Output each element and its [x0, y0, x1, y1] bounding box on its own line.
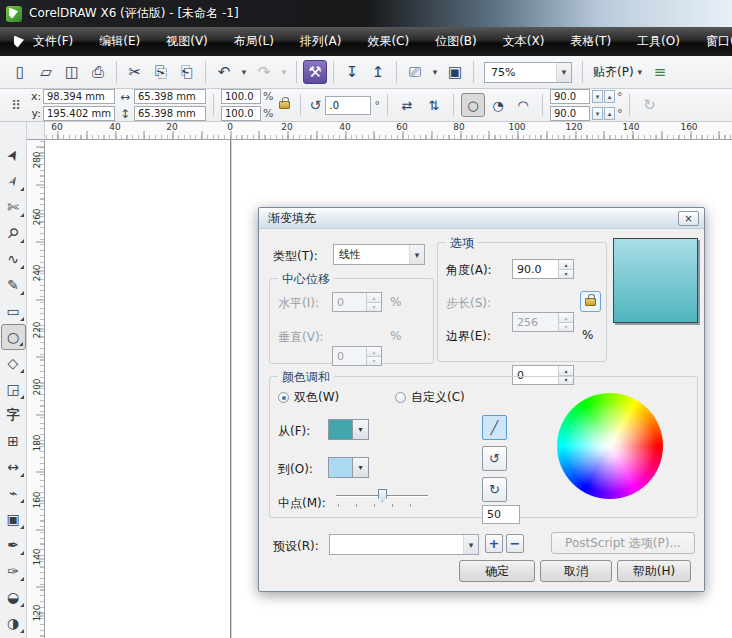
open-button[interactable]: ▱ — [34, 60, 58, 84]
x-position-field[interactable]: 98.394 mm — [43, 89, 115, 104]
object-position-button[interactable]: ⠿ — [4, 93, 28, 117]
cut-button[interactable]: ✂ — [123, 60, 147, 84]
steps-lock-button[interactable] — [580, 291, 601, 312]
horizontal-offset-field[interactable]: 0 ▴▾ — [332, 292, 382, 312]
spin-down-button[interactable]: ▾ — [559, 270, 573, 279]
spin-up-button[interactable]: ▴ — [559, 313, 573, 323]
spin-down-button[interactable]: ▾ — [559, 323, 573, 332]
menu-item-1[interactable]: 编辑(E) — [86, 29, 153, 54]
type-combo[interactable]: 线性 ▾ — [333, 244, 425, 265]
menu-item-7[interactable]: 文本(X) — [490, 29, 558, 54]
copy-button[interactable]: ⎘ — [149, 60, 173, 84]
export-button[interactable]: ↥ — [366, 60, 390, 84]
lock-ratio-button[interactable] — [279, 98, 290, 112]
ok-button[interactable]: 确定 — [459, 560, 535, 582]
direct-path-button[interactable]: ╱ — [482, 415, 507, 440]
object-width-field[interactable]: 65.398 mm — [134, 89, 206, 104]
pick-tool[interactable]: ➤ — [1, 142, 26, 168]
print-button[interactable]: ⎙ — [86, 60, 110, 84]
object-height-field[interactable]: 65.398 mm — [134, 106, 206, 121]
new-document-button[interactable]: ▯ — [8, 60, 32, 84]
freehand-tool[interactable]: ∿ — [1, 246, 26, 272]
custom-radio[interactable]: 自定义(C) — [395, 389, 465, 406]
save-button[interactable]: ◫ — [60, 60, 84, 84]
menu-item-6[interactable]: 位图(B) — [422, 29, 490, 54]
connector-tool[interactable]: ⌁ — [1, 480, 26, 506]
menu-item-8[interactable]: 表格(T) — [557, 29, 624, 54]
steps-field[interactable]: 256 ▴▾ — [512, 312, 574, 332]
menu-item-9[interactable]: 工具(O) — [624, 29, 693, 54]
text-tool[interactable]: 字 — [1, 402, 26, 428]
spin-down-button[interactable]: ▾ — [367, 303, 381, 312]
redo-dropdown-button[interactable]: ▾ — [278, 60, 290, 84]
options-button[interactable]: ≡ — [648, 60, 672, 84]
drawing-canvas[interactable]: 渐变填充 × 类型(T): 线性 ▾ 中心位移 水平(I): 0 ▴▾ % 垂直… — [45, 140, 732, 638]
cancel-button[interactable]: 取消 — [540, 560, 612, 582]
rectangle-tool[interactable]: ▭ — [1, 298, 26, 324]
menu-item-3[interactable]: 布局(L) — [221, 29, 287, 54]
outline-pen-tool[interactable]: ✑ — [1, 558, 26, 584]
launcher-dropdown-button[interactable]: ▾ — [429, 60, 441, 84]
end-angle-field[interactable]: 90.0 — [550, 106, 590, 121]
arc-mode-button[interactable]: ◠ — [511, 93, 535, 117]
menu-item-5[interactable]: 效果(C) — [354, 29, 422, 54]
ellipse-tool[interactable]: ○ — [1, 324, 26, 350]
presets-combo[interactable]: ▾ — [329, 534, 479, 555]
dimension-tool[interactable]: ↔ — [1, 454, 26, 480]
midpoint-slider[interactable] — [336, 489, 428, 507]
paste-button[interactable]: ⎗ — [175, 60, 199, 84]
dialog-close-button[interactable]: × — [678, 211, 699, 226]
scale-y-field[interactable]: 100.0 — [221, 106, 261, 121]
menu-item-10[interactable]: 窗口(W) — [693, 29, 732, 54]
fill-tool[interactable]: ◒ — [1, 584, 26, 610]
y-position-field[interactable]: 195.402 mm — [43, 106, 115, 121]
import-button[interactable]: ↧ — [340, 60, 364, 84]
whats-new-button[interactable]: ⚒ — [303, 60, 327, 84]
spin-down-button[interactable]: ▾ — [592, 90, 603, 103]
crop-tool[interactable]: ✄ — [1, 194, 26, 220]
snap-to-button[interactable]: 贴齐(P) ▾ — [589, 61, 646, 84]
two-color-radio[interactable]: 双色(W) — [278, 389, 339, 406]
mirror-vertical-button[interactable]: ⇅ — [422, 93, 446, 117]
vertical-ruler[interactable]: 280260240220200180160140120 — [27, 140, 45, 638]
blend-tool[interactable]: ▣ — [1, 506, 26, 532]
spin-up-button[interactable]: ▴ — [559, 366, 573, 376]
scale-x-field[interactable]: 100.0 — [221, 89, 261, 104]
undo-button[interactable]: ↶ — [212, 60, 236, 84]
smart-fill-tool[interactable]: ✎ — [1, 272, 26, 298]
ellipse-mode-button[interactable]: ○ — [461, 93, 485, 117]
change-direction-button[interactable]: ↻ — [637, 93, 661, 117]
angle-field[interactable]: 90.0 ▴▾ — [512, 259, 574, 279]
spin-up-button[interactable]: ▴ — [604, 107, 615, 120]
spin-up-button[interactable]: ▴ — [367, 293, 381, 303]
mirror-horizontal-button[interactable]: ⇄ — [395, 93, 419, 117]
remove-preset-button[interactable]: − — [506, 534, 524, 553]
rotation-angle-field[interactable]: .0 — [325, 96, 371, 115]
zoom-level-combo[interactable]: 75% ▾ — [484, 62, 572, 83]
counterclockwise-path-button[interactable]: ↺ — [482, 446, 507, 471]
dialog-title-bar[interactable]: 渐变填充 × — [259, 208, 704, 229]
to-color-picker[interactable]: ▾ — [328, 457, 369, 478]
application-launcher-button[interactable]: ⎚ — [403, 60, 427, 84]
polygon-tool[interactable]: ◇ — [1, 350, 26, 376]
help-button[interactable]: 帮助(H) — [617, 560, 691, 582]
menu-item-0[interactable]: 文件(F) — [20, 29, 86, 54]
eyedropper-tool[interactable]: ✒ — [1, 532, 26, 558]
table-tool[interactable]: ⊞ — [1, 428, 26, 454]
start-angle-field[interactable]: 90.0 — [550, 89, 590, 104]
zoom-tool[interactable]: ⚲ — [1, 220, 26, 246]
vertical-offset-field[interactable]: 0 ▴▾ — [332, 346, 382, 366]
shape-tool[interactable]: ➢ — [1, 168, 26, 194]
spin-up-button[interactable]: ▴ — [604, 90, 615, 103]
undo-dropdown-button[interactable]: ▾ — [238, 60, 250, 84]
interactive-fill-tool[interactable]: ◑ — [1, 610, 26, 636]
spin-up-button[interactable]: ▴ — [367, 347, 381, 357]
ruler-origin-corner[interactable] — [27, 122, 45, 140]
color-wheel[interactable] — [557, 393, 663, 499]
pie-mode-button[interactable]: ◔ — [486, 93, 510, 117]
redo-button[interactable]: ↷ — [252, 60, 276, 84]
basic-shapes-tool[interactable]: ◲ — [1, 376, 26, 402]
slider-thumb[interactable] — [378, 489, 387, 502]
spin-up-button[interactable]: ▴ — [559, 260, 573, 270]
spin-down-button[interactable]: ▾ — [367, 357, 381, 366]
